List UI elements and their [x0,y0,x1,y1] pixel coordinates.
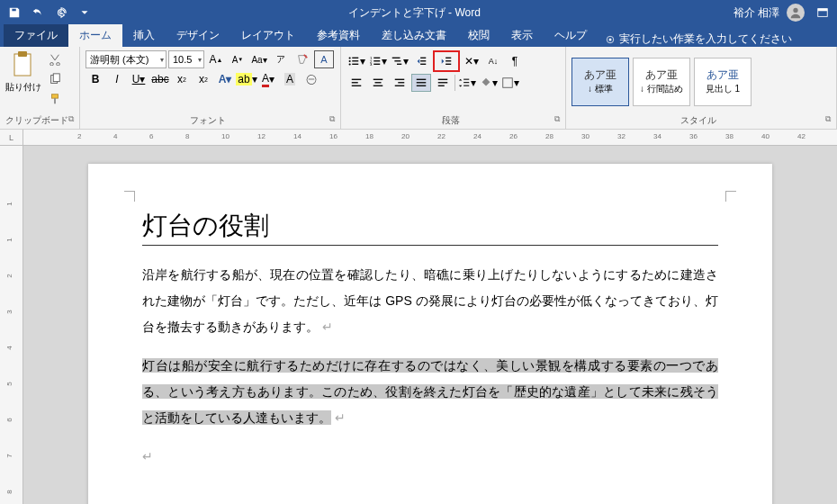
subscript-button[interactable]: x2 [172,70,192,88]
increase-indent-button[interactable] [436,52,456,70]
italic-button[interactable]: I [107,70,127,88]
paste-button[interactable]: 貼り付け [5,50,41,94]
phonetic-guide-button[interactable]: ア [271,50,291,68]
svg-rect-24 [394,60,400,61]
paragraph-dialog-launcher[interactable]: ⧉ [554,114,560,124]
svg-rect-47 [464,79,469,80]
document-heading[interactable]: 灯台の役割 [142,209,718,246]
svg-point-0 [793,8,797,13]
borders-button[interactable]: ▾ [500,74,520,92]
font-name-combo[interactable]: 游明朝 (本文) [86,50,166,68]
tab-file[interactable]: ファイル [4,24,68,47]
multilevel-list-button[interactable]: ▾ [390,52,410,70]
change-case-button[interactable]: Aa▾ [249,50,269,68]
tab-view[interactable]: 表示 [500,24,544,47]
justify-button[interactable] [411,74,431,92]
svg-rect-25 [397,64,401,65]
svg-rect-44 [438,79,448,80]
undo-button[interactable] [27,2,49,23]
show-paragraph-marks-button[interactable]: ¶ [505,52,525,70]
highlight-button[interactable]: ab▾ [237,70,256,88]
svg-rect-8 [53,74,59,82]
svg-rect-31 [446,64,451,65]
svg-rect-32 [352,79,362,80]
tab-references[interactable]: 参考資料 [306,24,371,47]
svg-rect-9 [52,94,58,98]
selected-text: 灯台は船が安全に航行するためだけに存在するのではなく、美しい景観を構成する要素の… [142,358,718,425]
bold-button[interactable]: B [86,70,105,88]
style-normal[interactable]: あア亜 ↓ 標準 [572,58,629,106]
align-left-button[interactable] [346,74,366,92]
title-bar: インデントと字下げ - Word 裕介 相澤 [0,0,837,25]
vertical-ruler[interactable]: 1 1 2 3 4 5 6 7 8 [0,146,23,504]
styles-dialog-launcher[interactable]: ⧉ [825,114,831,124]
save-button[interactable] [4,2,25,23]
ribbon-display-options-button[interactable] [812,2,833,23]
align-center-button[interactable] [368,74,388,92]
svg-rect-18 [374,58,380,58]
style-no-spacing[interactable]: あア亜 ↓ 行間詰め [633,58,690,106]
document-paragraph-empty[interactable]: ↵ [142,444,718,470]
bullets-button[interactable]: ▾ [346,52,366,70]
page-viewport[interactable]: 灯台の役割 沿岸を航行する船が、現在の位置を確認したり、暗礁に乗り上げたりしない… [23,146,837,504]
svg-rect-43 [417,86,427,86]
user-avatar[interactable] [787,4,805,22]
superscript-button[interactable]: x2 [194,70,213,88]
svg-rect-37 [374,86,383,86]
font-dialog-launcher[interactable]: ⧉ [329,114,335,124]
clear-formatting-button[interactable] [292,50,312,68]
asian-layout-button[interactable]: ✕▾ [462,52,482,70]
font-color-button[interactable]: A▾ [258,70,278,88]
svg-rect-23 [392,58,400,58]
shading-button[interactable]: ▾ [479,74,499,92]
line-spacing-button[interactable]: ▾ [457,74,477,92]
qat-customize-button[interactable] [74,2,95,23]
svg-rect-20 [374,60,380,61]
strikethrough-button[interactable]: abc [150,70,170,88]
clipboard-dialog-launcher[interactable]: ⧉ [68,114,74,124]
tab-design[interactable]: デザイン [166,24,230,47]
redo-button[interactable] [50,2,72,23]
svg-rect-28 [420,64,426,65]
align-right-button[interactable] [390,74,410,92]
grow-font-button[interactable]: A▲ [206,50,226,68]
svg-rect-39 [398,82,404,83]
tell-me-search[interactable]: 実行したい作業を入力してください [605,32,792,47]
page: 灯台の役割 沿岸を航行する船が、現在の位置を確認したり、暗礁に乗り上げたりしない… [88,164,772,504]
format-painter-button[interactable] [45,90,65,108]
svg-rect-6 [18,51,27,57]
tab-mailings[interactable]: 差し込み文書 [371,24,457,47]
sort-button[interactable]: A↓ [483,52,503,70]
character-shading-button[interactable]: A [280,70,300,88]
font-size-combo[interactable]: 10.5 [168,50,204,68]
svg-rect-26 [420,58,426,58]
enclose-characters-button[interactable]: ㊀ [302,70,321,88]
style-heading-1[interactable]: あア亜 見出し 1 [694,58,752,106]
margin-corner-tl [124,191,135,202]
document-paragraph-2[interactable]: 灯台は船が安全に航行するためだけに存在するのではなく、美しい景観を構成する要素の… [142,353,718,431]
svg-rect-38 [395,79,405,80]
numbering-button[interactable]: 123▾ [368,52,388,70]
tab-home[interactable]: ホーム [68,24,122,47]
document-paragraph-1[interactable]: 沿岸を航行する船が、現在の位置を確認したり、暗礁に乗り上げたりしないようにするた… [142,262,718,340]
tab-insert[interactable]: 挿入 [122,24,166,47]
ruler-corner: L [0,130,23,146]
distributed-button[interactable] [433,74,453,92]
shrink-font-button[interactable]: A▼ [228,50,248,68]
tab-layout[interactable]: レイアウト [230,24,306,47]
clipboard-group-label: クリップボード [5,115,68,125]
decrease-indent-button[interactable] [411,52,431,70]
character-border-button[interactable]: A [314,50,334,68]
text-effects-button[interactable]: A▾ [215,70,235,88]
copy-button[interactable] [45,70,65,88]
paragraph-group-label: 段落 [442,115,460,125]
paste-label: 貼り付け [5,81,41,94]
svg-rect-30 [446,60,451,61]
tab-help[interactable]: ヘルプ [544,24,598,47]
underline-button[interactable]: U▾ [129,70,148,88]
svg-point-4 [609,38,612,40]
cut-button[interactable] [45,50,65,68]
horizontal-ruler[interactable]: 24681012141618202224262830323436384042 [23,130,837,146]
tab-review[interactable]: 校閲 [457,24,500,47]
group-styles: あア亜 ↓ 標準 あア亜 ↓ 行間詰め あア亜 見出し 1 スタイル ⧉ [566,47,837,129]
